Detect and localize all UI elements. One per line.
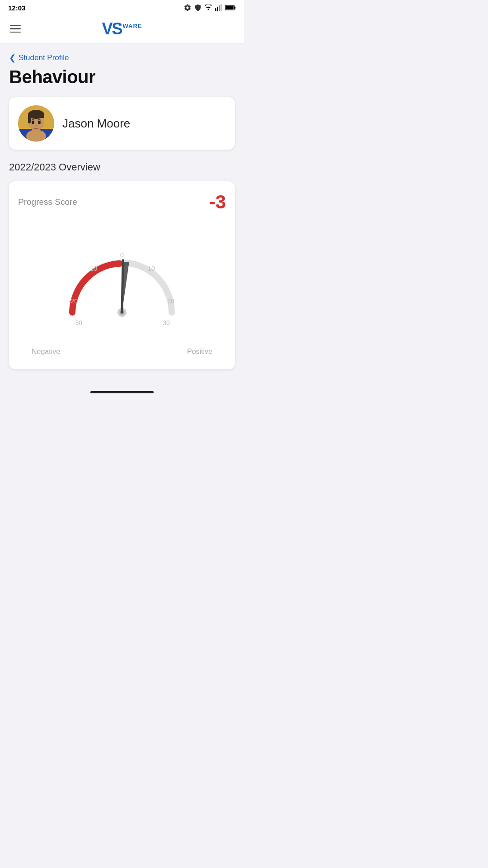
gauge-svg: 0 -10 10 -20 20 -30 30 — [50, 217, 194, 344]
svg-rect-0 — [215, 8, 216, 11]
svg-text:20: 20 — [167, 297, 174, 305]
score-label: Progress Score — [18, 197, 77, 207]
logo: VS WARE — [102, 21, 142, 37]
navbar: VS WARE — [0, 14, 244, 43]
positive-label: Positive — [187, 348, 212, 356]
svg-marker-28 — [119, 262, 129, 313]
svg-text:-20: -20 — [69, 297, 78, 305]
svg-point-16 — [32, 121, 34, 124]
page-content: ❮ Student Profile Behaviour — [0, 43, 244, 383]
svg-rect-15 — [28, 113, 31, 123]
logo-ware: WARE — [123, 23, 142, 29]
score-card: Progress Score -3 0 -10 10 -20 20 — [9, 181, 235, 369]
status-time: 12:03 — [8, 4, 25, 12]
svg-rect-5 — [225, 6, 234, 9]
breadcrumb[interactable]: ❮ Student Profile — [9, 53, 235, 62]
svg-text:-30: -30 — [73, 319, 82, 326]
gauge-bottom-labels: Negative Positive — [18, 348, 226, 356]
svg-rect-6 — [235, 7, 235, 9]
status-icons — [183, 4, 236, 12]
avatar — [18, 105, 54, 142]
negative-label: Negative — [32, 348, 60, 356]
home-indicator — [90, 391, 154, 393]
year-overview: 2022/2023 Overview — [9, 161, 235, 173]
battery-icon — [225, 5, 236, 11]
svg-text:-10: -10 — [88, 265, 97, 272]
score-header: Progress Score -3 — [18, 191, 226, 213]
svg-text:30: 30 — [163, 319, 170, 326]
back-icon: ❮ — [9, 54, 16, 62]
student-name: Jason Moore — [62, 117, 130, 131]
status-bar: 12:03 — [0, 0, 244, 14]
avatar-image — [18, 105, 54, 142]
settings-icon — [183, 4, 192, 12]
wifi-icon — [204, 5, 212, 11]
score-value: -3 — [209, 191, 226, 213]
shield-icon — [194, 4, 202, 12]
breadcrumb-text: Student Profile — [19, 53, 69, 62]
svg-text:10: 10 — [148, 265, 155, 272]
svg-rect-1 — [217, 7, 218, 11]
svg-text:0: 0 — [120, 251, 124, 259]
hamburger-menu[interactable] — [8, 23, 23, 35]
student-card: Jason Moore — [9, 97, 235, 150]
page-title: Behaviour — [9, 67, 235, 87]
svg-rect-3 — [221, 4, 222, 11]
gauge-container: 0 -10 10 -20 20 -30 30 — [18, 217, 226, 344]
signal-icon — [215, 4, 222, 11]
svg-rect-2 — [219, 5, 220, 11]
svg-point-17 — [38, 121, 41, 124]
logo-vs: VS — [102, 21, 122, 37]
